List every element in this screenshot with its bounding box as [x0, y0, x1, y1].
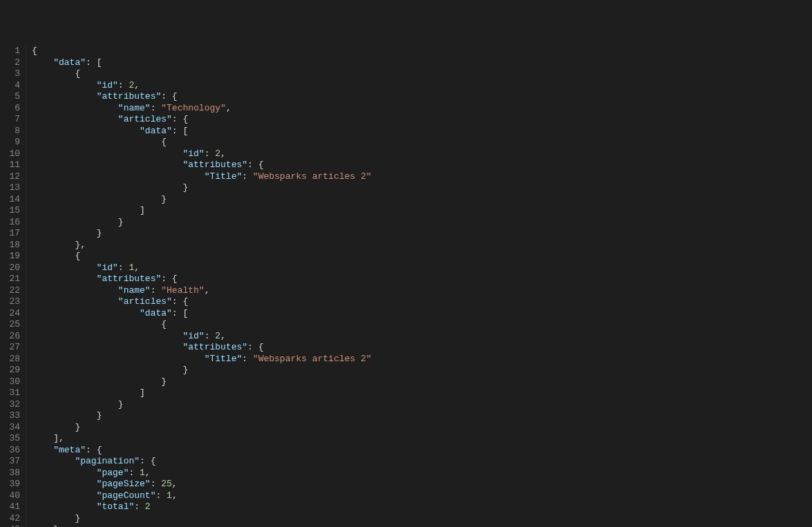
code-line[interactable]: } [32, 524, 812, 527]
line-number: 13 [0, 182, 20, 194]
line-number: 43 [0, 524, 20, 527]
code-line[interactable]: "id": 1, [32, 262, 812, 274]
json-string: "Technology" [161, 103, 226, 113]
json-punct: { [75, 251, 80, 261]
code-line[interactable]: } [32, 422, 812, 434]
json-key: "pageSize" [97, 479, 151, 489]
json-number: 2 [215, 331, 220, 341]
json-key: "Title" [205, 171, 243, 182]
code-line[interactable]: "pageSize": 25, [32, 479, 812, 490]
code-line[interactable]: "pagination": { [32, 456, 812, 468]
line-number: 38 [0, 468, 20, 479]
json-punct: : [ [86, 57, 102, 68]
json-punct: } [182, 182, 188, 193]
code-line[interactable]: { [32, 251, 812, 262]
json-punct: } [97, 410, 102, 421]
code-line[interactable]: } [32, 194, 812, 206]
line-number: 2 [0, 57, 20, 69]
code-line[interactable]: ] [32, 205, 812, 217]
line-number: 3 [0, 68, 20, 80]
line-number: 40 [0, 490, 20, 502]
code-line[interactable]: "data": [ [32, 57, 812, 69]
line-number: 26 [0, 331, 20, 343]
code-line[interactable]: } [32, 376, 812, 388]
json-punct: , [220, 331, 226, 341]
json-punct: : [134, 501, 145, 512]
json-key: "total" [97, 501, 135, 512]
code-content[interactable]: { "data": [ { "id": 2, "attributes": { "… [26, 46, 812, 527]
line-number: 29 [0, 365, 20, 376]
code-line[interactable]: } [32, 513, 812, 525]
json-key: "attributes" [97, 91, 162, 102]
code-line[interactable]: "pageCount": 1, [32, 490, 812, 502]
code-line[interactable]: } [32, 182, 812, 194]
code-line[interactable]: "articles": { [32, 296, 812, 308]
json-key: "data" [53, 57, 86, 68]
json-number: 1 [140, 468, 145, 478]
line-number: 27 [0, 342, 20, 354]
code-line[interactable]: "attributes": { [32, 160, 812, 171]
code-line[interactable]: { [32, 137, 812, 148]
code-line[interactable]: } [32, 410, 812, 422]
line-number: 7 [0, 114, 20, 126]
json-punct: } [118, 217, 124, 227]
json-punct: { [75, 68, 80, 79]
code-line[interactable]: "page": 1, [32, 468, 812, 479]
line-number: 4 [0, 80, 20, 92]
code-line[interactable]: "attributes": { [32, 274, 812, 285]
line-number: 14 [0, 194, 20, 206]
code-line[interactable]: "attributes": { [32, 91, 812, 103]
line-number: 25 [0, 319, 20, 331]
line-number: 1 [0, 46, 20, 57]
code-line[interactable]: } [32, 228, 812, 240]
json-punct: : { [247, 342, 263, 352]
line-number: 22 [0, 285, 20, 297]
code-line[interactable]: "name": "Health", [32, 285, 812, 297]
json-punct: } [182, 365, 188, 375]
code-line[interactable]: "total": 2 [32, 501, 812, 513]
json-number: 2 [215, 148, 220, 159]
json-punct: : [242, 171, 253, 182]
line-number: 41 [0, 501, 20, 513]
json-punct: ], [53, 433, 64, 443]
code-line[interactable]: "name": "Technology", [32, 103, 812, 115]
code-line[interactable]: "id": 2, [32, 148, 812, 160]
json-key: "name" [118, 285, 151, 296]
json-key: "id" [97, 80, 118, 90]
line-number: 10 [0, 148, 20, 160]
code-line[interactable]: "id": 2, [32, 80, 812, 92]
code-line[interactable]: "data": [ [32, 126, 812, 137]
code-line[interactable]: } [32, 399, 812, 411]
code-line[interactable]: "Title": "Websparks articles 2" [32, 354, 812, 365]
code-line[interactable]: "data": [ [32, 308, 812, 320]
line-number-gutter: 1234567891011121314151617181920212223242… [0, 46, 26, 527]
json-key: "attributes" [97, 274, 162, 284]
code-line[interactable]: }, [32, 240, 812, 251]
code-line[interactable]: { [32, 319, 812, 331]
code-line[interactable]: "meta": { [32, 445, 812, 457]
line-number: 6 [0, 103, 20, 115]
code-line[interactable]: ] [32, 387, 812, 399]
json-punct: } [75, 513, 80, 524]
json-punct: , [134, 80, 140, 90]
line-number: 33 [0, 410, 20, 422]
line-number: 11 [0, 160, 20, 171]
json-punct: ] [140, 205, 145, 215]
code-line[interactable]: "Title": "Websparks articles 2" [32, 171, 812, 183]
code-line[interactable]: { [32, 68, 812, 80]
code-line[interactable]: ], [32, 433, 812, 445]
json-key: "page" [97, 468, 129, 478]
line-number: 9 [0, 137, 20, 148]
code-line[interactable]: } [32, 217, 812, 229]
json-punct: , [172, 490, 178, 501]
code-line[interactable]: "id": 2, [32, 331, 812, 343]
json-punct: : [205, 148, 216, 159]
json-punct: : { [161, 274, 177, 284]
code-line[interactable]: "articles": { [32, 114, 812, 126]
code-line[interactable]: "attributes": { [32, 342, 812, 354]
code-line[interactable]: { [32, 46, 812, 57]
json-punct: } [161, 376, 167, 387]
json-punct: : [151, 285, 162, 296]
code-line[interactable]: } [32, 365, 812, 376]
code-editor[interactable]: 1234567891011121314151617181920212223242… [0, 46, 812, 527]
